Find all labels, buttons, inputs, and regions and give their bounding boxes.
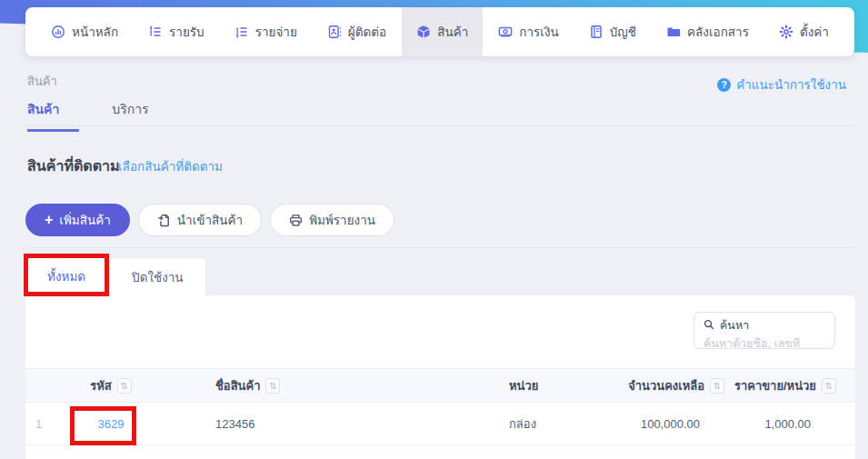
- contacts-icon: [327, 25, 342, 39]
- row-price-value: 1,000.00: [764, 417, 836, 431]
- add-product-label: เพิ่มสินค้า: [59, 210, 111, 230]
- header-qty-label: จำนวนคงเหลือ: [628, 376, 704, 395]
- tab-products[interactable]: สินค้า: [27, 99, 79, 132]
- sort-icon[interactable]: ⇅: [265, 378, 280, 394]
- nav-label: ตั้งค่า: [800, 22, 829, 42]
- header-price: ราคาขาย/หน่วย ⇅: [724, 376, 855, 395]
- filter-tab-disabled[interactable]: ปิดใช้งาน: [109, 257, 206, 295]
- header-unit-label: หน่วย: [509, 376, 538, 395]
- question-circle-icon: ?: [717, 78, 731, 92]
- printer-icon: [289, 214, 303, 227]
- folder-icon: [666, 25, 681, 39]
- table-header-row: รหัส ⇅ ชื่อสินค้า ⇅ หน่วย จำนวนคงเหลือ ⇅…: [25, 368, 855, 403]
- nav-label: สินค้า: [437, 22, 468, 42]
- divider: [25, 125, 855, 126]
- annotation-box-product-code: [70, 406, 136, 445]
- nav-item-accounting[interactable]: บัญชี: [574, 7, 651, 56]
- nav-item-home[interactable]: หน้าหลัก: [36, 7, 133, 56]
- nav-label: คลังเอกสาร: [687, 22, 749, 42]
- nav-item-documents[interactable]: คลังเอกสาร: [652, 7, 763, 56]
- breadcrumb: สินค้า: [27, 72, 57, 91]
- section-title: สินค้าที่ติดตาม: [27, 155, 120, 177]
- plus-icon: +: [45, 213, 53, 227]
- nav-item-contacts[interactable]: ผู้ติดต่อ: [313, 7, 401, 56]
- row-name-cell: 123456: [165, 417, 465, 431]
- nav-label: บัญชี: [610, 22, 636, 42]
- products-panel: ค้นหา รหัส ⇅ ชื่อสินค้า ⇅ หน่วย จำนวนคงเ…: [25, 295, 855, 459]
- toolbar: + เพิ่มสินค้า นำเข้าสินค้า พิมพ์รายงาน: [25, 204, 394, 236]
- money-icon: [498, 25, 513, 39]
- nav-item-products[interactable]: สินค้า: [402, 7, 483, 56]
- search-box[interactable]: ค้นหา: [693, 312, 835, 349]
- tab-services[interactable]: บริการ: [112, 99, 152, 132]
- add-product-button[interactable]: + เพิ่มสินค้า: [25, 204, 130, 236]
- sort-icon[interactable]: ⇅: [710, 378, 724, 394]
- import-products-label: นำเข้าสินค้า: [177, 210, 243, 230]
- header-code-label: รหัส: [90, 376, 112, 395]
- header-qty: จำนวนคงเหลือ ⇅: [611, 376, 724, 395]
- income-icon: [148, 25, 163, 39]
- ledger-icon: [589, 25, 604, 39]
- import-file-icon: [157, 214, 171, 227]
- nav-item-finance[interactable]: การเงิน: [484, 7, 573, 56]
- header-name-label: ชื่อสินค้า: [215, 376, 260, 395]
- expense-icon: [234, 25, 249, 39]
- row-index: 1: [25, 417, 56, 431]
- divider: [25, 247, 855, 248]
- search-label-row: ค้นหา: [703, 316, 825, 334]
- header-unit: หน่วย: [465, 376, 611, 395]
- nav-label: หน้าหลัก: [72, 22, 118, 42]
- sort-icon[interactable]: ⇅: [822, 378, 836, 394]
- row-qty-value: 100,000.00: [641, 417, 724, 431]
- nav-label: ผู้ติดต่อ: [348, 22, 386, 42]
- products-cube-icon: [416, 25, 431, 39]
- search-icon: [703, 319, 714, 333]
- usage-guide-link[interactable]: ? คำแนะนำการใช้งาน: [717, 75, 846, 95]
- nav-label: รายรับ: [169, 22, 205, 42]
- usage-guide-label: คำแนะนำการใช้งาน: [736, 75, 846, 95]
- import-products-button[interactable]: นำเข้าสินค้า: [138, 204, 262, 236]
- table-row: 1 3629 123456 กล่อง 100,000.00 1,000.00: [25, 403, 855, 445]
- nav-item-settings[interactable]: ตั้งค่า: [764, 7, 843, 56]
- header-price-label: ราคาขาย/หน่วย: [734, 376, 816, 395]
- page-tabs: สินค้า บริการ: [27, 99, 153, 132]
- header-code: รหัส ⇅: [56, 376, 165, 395]
- header-name: ชื่อสินค้า ⇅: [165, 376, 465, 395]
- nav-item-income[interactable]: รายรับ: [134, 7, 219, 56]
- row-price-cell: 1,000.00: [724, 417, 855, 431]
- dashboard-icon: [51, 25, 65, 39]
- search-label: ค้นหา: [720, 316, 749, 334]
- main-navbar: หน้าหลัก รายรับ รายจ่าย ผู้ติดต่อ สินค้า…: [25, 7, 854, 56]
- row-unit-cell: กล่อง: [465, 414, 611, 434]
- products-table: รหัส ⇅ ชื่อสินค้า ⇅ หน่วย จำนวนคงเหลือ ⇅…: [25, 368, 855, 445]
- print-report-label: พิมพ์รายงาน: [309, 210, 375, 230]
- select-tracked-products-link[interactable]: เลือกสินค้าที่ติดตาม: [118, 156, 223, 176]
- search-input[interactable]: [703, 337, 825, 350]
- nav-item-expense[interactable]: รายจ่าย: [220, 7, 312, 56]
- annotation-box-filter-all: [24, 254, 109, 296]
- nav-label: รายจ่าย: [255, 22, 297, 42]
- sort-icon[interactable]: ⇅: [117, 378, 132, 394]
- gear-icon: [779, 25, 793, 39]
- row-qty-cell: 100,000.00: [611, 417, 724, 431]
- print-report-button[interactable]: พิมพ์รายงาน: [270, 204, 394, 236]
- nav-label: การเงิน: [519, 22, 558, 42]
